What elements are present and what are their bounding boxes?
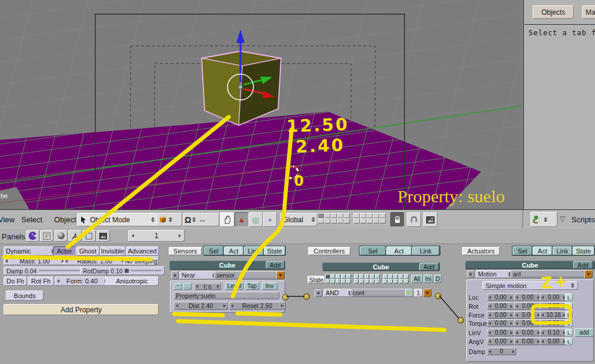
torque-y-stepper[interactable]: 0.00 — [514, 319, 541, 327]
scripts-window-type-button[interactable] — [530, 212, 557, 227]
controller-delete-button[interactable]: × — [315, 289, 322, 297]
state-ini-button[interactable]: Ini — [423, 275, 433, 283]
layer-buttons-group-1[interactable] — [317, 213, 350, 223]
menu-object[interactable]: Object — [54, 215, 76, 224]
controller-count-field[interactable]: 1 — [414, 289, 423, 297]
controllers-tab-act[interactable]: Act — [386, 246, 412, 255]
rot-z-stepper[interactable]: 0.00 — [540, 302, 567, 310]
linv-z-stepper[interactable]: 0.10 — [540, 329, 567, 336]
controller-bookmark-button[interactable]: ★ — [405, 289, 413, 297]
loc-z-stepper[interactable]: 0.00 — [540, 293, 567, 301]
stepper-right-icon[interactable] — [223, 304, 226, 308]
force-z-stepper[interactable]: 10.16 — [540, 311, 567, 319]
sensor-delete-button[interactable]: × — [171, 271, 179, 279]
actuators-tab-link[interactable]: Link — [553, 246, 572, 255]
menu-select[interactable]: Select — [21, 215, 42, 224]
snap-magnet-button[interactable] — [407, 212, 421, 227]
sensor-property-field[interactable]: Property:suelo — [173, 292, 279, 299]
actor-toggle[interactable]: Actor — [53, 246, 76, 256]
object-panel-button[interactable] — [68, 230, 82, 242]
scene-panel-button[interactable] — [96, 230, 110, 242]
sensor-inv-button[interactable]: Inv — [262, 282, 278, 290]
controller-name-field[interactable]: cont — [350, 289, 409, 297]
controller-output-socket[interactable] — [435, 293, 442, 299]
render-preview-button[interactable] — [423, 212, 437, 227]
controller-input-socket[interactable] — [303, 293, 310, 300]
sensor-type-dropdown[interactable]: Near — [179, 271, 218, 279]
pivot-dropdown[interactable]: Ω — [185, 215, 191, 225]
sensors-tab-state[interactable]: State — [264, 246, 285, 255]
menu-view[interactable]: View — [0, 215, 15, 224]
editing-panel-button[interactable] — [82, 230, 96, 242]
controller-collapse-button[interactable]: ▼ — [423, 289, 432, 297]
state-grid-3[interactable] — [383, 274, 409, 283]
proportional-edit-button[interactable]: ◎ — [249, 212, 263, 227]
logic-panel-button[interactable] — [26, 230, 39, 242]
loc-local-toggle[interactable]: L — [565, 293, 573, 301]
panel-collapse-icon[interactable]: ▽ — [560, 215, 565, 223]
sensors-add-button[interactable]: Add — [266, 261, 285, 269]
actuators-tab-sel[interactable]: Sel — [513, 246, 532, 255]
controllers-tab-link[interactable]: Link — [412, 246, 439, 255]
rot-y-stepper[interactable]: 0.00 — [514, 302, 541, 310]
sensor-level-button[interactable]: Level — [225, 282, 243, 290]
actuator-input-socket[interactable] — [457, 317, 464, 323]
rot-x-stepper[interactable]: 0.00 — [487, 302, 514, 310]
linv-y-stepper[interactable]: 0.00 — [514, 329, 541, 336]
ghost-toggle[interactable]: Ghost — [76, 246, 99, 256]
force-local-toggle[interactable]: L — [565, 311, 573, 319]
sensor-collapse-button[interactable]: ▼ — [276, 271, 285, 279]
torque-x-stepper[interactable]: 0.00 — [487, 319, 514, 327]
sensor-output-socket[interactable] — [282, 294, 289, 300]
actuators-tab-state[interactable]: State — [573, 246, 594, 255]
radius-slider[interactable]: Radius: 1.00 — [63, 256, 126, 265]
sensor-pulse-neg-button[interactable]: ... — [183, 283, 192, 290]
form-stepper[interactable]: Form: 0.40 — [55, 276, 109, 286]
draw-type-dropdown[interactable] — [156, 213, 182, 226]
state-d-button[interactable]: D — [434, 275, 442, 283]
angv-local-toggle[interactable]: L — [565, 338, 573, 345]
stepper-right-icon[interactable] — [281, 304, 283, 308]
sensors-tab-link[interactable]: Link — [244, 246, 263, 255]
loc-y-stepper[interactable]: 0.00 — [514, 293, 541, 301]
objects-tab-button[interactable]: Objects — [533, 5, 574, 19]
damp-stepper[interactable]: 0 — [487, 348, 516, 355]
lock-layers-button[interactable] — [390, 212, 405, 227]
rotdamp-slider[interactable]: RotDamp 0.10 — [80, 266, 165, 275]
sensor-reset-stepper[interactable]: Reset 2.50 — [229, 302, 286, 310]
sensor-tap-button[interactable]: Tap — [245, 282, 259, 290]
layer-buttons-group-2[interactable] — [353, 213, 386, 223]
anisotropic-toggle[interactable]: Anisotropic — [105, 276, 159, 286]
sensor-freq-stepper[interactable]: f: 0 — [194, 283, 221, 290]
stepper-right-icon[interactable] — [179, 234, 181, 238]
bounds-button[interactable]: Bounds — [6, 290, 44, 300]
do-fh-toggle[interactable]: Do Fh — [4, 276, 27, 286]
mass-slider[interactable]: Mass: 1.00 — [4, 256, 66, 265]
rot-local-toggle[interactable]: L — [565, 302, 573, 310]
loc-x-stepper[interactable]: 0.00 — [487, 293, 514, 301]
angv-x-stepper[interactable]: 0.00 — [487, 338, 514, 345]
controllers-tab-sel[interactable]: Sel — [360, 246, 386, 255]
add-property-button[interactable]: Add Property — [4, 304, 159, 315]
stepper-right-icon[interactable] — [217, 285, 219, 288]
actuator-delete-button[interactable]: × — [467, 271, 474, 278]
rot-fh-toggle[interactable]: Rot Fh — [28, 276, 54, 286]
angv-y-stepper[interactable]: 0.00 — [514, 338, 541, 345]
sensor-pulse-pos-button[interactable]: ''' — [173, 283, 182, 290]
hand-tool-button[interactable] — [220, 212, 235, 227]
sensor-name-field[interactable]: sensor — [214, 271, 280, 279]
state-grid-1[interactable] — [325, 274, 352, 283]
sensor-dist-stepper[interactable]: Dist 2.40 — [173, 302, 228, 310]
no-sleeping-toggle[interactable]: No sleeping — [123, 256, 159, 265]
actuators-add-button[interactable]: Add — [573, 261, 593, 269]
script-panel-button[interactable] — [40, 230, 54, 242]
face-select-button[interactable]: ▲ — [235, 212, 249, 227]
orientation-dropdown[interactable]: Global — [280, 213, 317, 226]
mode-dropdown[interactable]: Object Mode — [77, 213, 158, 226]
invisible-toggle[interactable]: Invisible — [100, 246, 125, 256]
sensors-tab-sel[interactable]: Sel — [204, 246, 223, 255]
viewport-3d[interactable]: be — [0, 0, 522, 209]
page-stepper[interactable]: 1 — [128, 230, 185, 242]
force-x-stepper[interactable]: 0.00 — [487, 311, 514, 319]
linv-local-toggle[interactable]: L — [565, 329, 573, 336]
